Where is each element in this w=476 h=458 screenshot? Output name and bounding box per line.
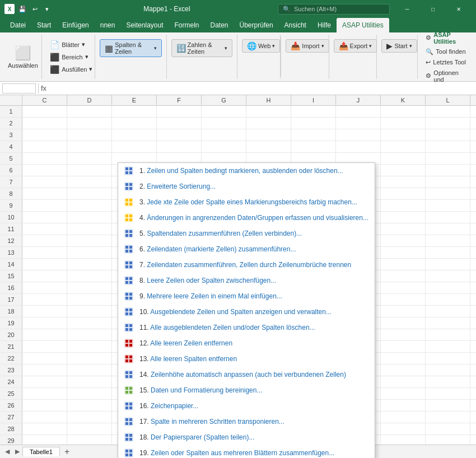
grid-cell[interactable] <box>336 129 381 141</box>
list-item[interactable]: 17. Spalte in mehreren Schritten transpo… <box>118 414 375 429</box>
letztes-tool-button[interactable]: ↩ Letztes Tool <box>422 58 472 67</box>
list-item[interactable]: 14. Zeilenhöhe automatisch anpassen (auc… <box>118 367 375 382</box>
list-item[interactable]: 12. Alle leeren Zeilen entfernen <box>118 335 375 351</box>
grid-cell[interactable] <box>470 423 476 434</box>
grid-cell[interactable] <box>470 259 476 270</box>
list-item[interactable]: 9. Mehrere leere Zeilen in einem Mal ein… <box>118 288 375 304</box>
grid-cell[interactable] <box>67 270 112 282</box>
tab-file[interactable]: Datei <box>4 18 31 32</box>
grid-cell[interactable] <box>67 400 112 411</box>
grid-cell[interactable] <box>22 270 67 282</box>
grid-cell[interactable] <box>22 235 67 246</box>
start-button[interactable]: ▶ Start ▾ <box>381 39 417 53</box>
grid-cell[interactable] <box>112 118 157 129</box>
bereich-button[interactable]: ⬛ Bereich ▾ <box>46 52 96 63</box>
grid-cell[interactable] <box>67 353 112 364</box>
grid-cell[interactable] <box>426 200 470 211</box>
sheet-tab-nav-right[interactable]: ▶ <box>12 447 22 456</box>
grid-cell[interactable] <box>426 282 470 293</box>
grid-cell[interactable] <box>381 153 426 164</box>
grid-cell[interactable] <box>22 176 67 188</box>
grid-cell[interactable] <box>381 165 426 176</box>
grid-cell[interactable] <box>202 106 246 117</box>
grid-cell[interactable] <box>470 141 476 152</box>
grid-cell[interactable] <box>426 106 470 117</box>
grid-cell[interactable] <box>291 106 336 117</box>
close-button[interactable]: ✕ <box>446 0 472 18</box>
search-bar[interactable]: 🔍 Suchen (Alt+M) <box>278 4 390 15</box>
optionen-button[interactable]: ⚙ Optionen und <box>422 68 472 84</box>
grid-cell[interactable] <box>67 200 112 211</box>
add-sheet-button[interactable]: + <box>61 447 73 457</box>
grid-cell[interactable] <box>426 247 470 258</box>
zahlen-zeiten-button[interactable]: 🔢 Zahlen & Zeiten ▾ <box>171 39 232 57</box>
grid-cell[interactable] <box>22 341 67 352</box>
grid-cell[interactable] <box>381 247 426 258</box>
grid-cell[interactable] <box>67 247 112 258</box>
grid-cell[interactable] <box>336 106 381 117</box>
grid-cell[interactable] <box>470 118 476 129</box>
grid-cell[interactable] <box>470 376 476 387</box>
grid-cell[interactable] <box>426 317 470 329</box>
grid-cell[interactable] <box>67 188 112 199</box>
blaetter-button[interactable]: 📄 Blätter ▾ <box>46 39 96 50</box>
grid-cell[interactable] <box>381 317 426 329</box>
grid-cell[interactable] <box>426 306 470 317</box>
formula-input[interactable] <box>49 85 474 92</box>
grid-cell[interactable] <box>470 176 476 188</box>
grid-cell[interactable] <box>470 435 476 445</box>
grid-cell[interactable] <box>426 165 470 176</box>
grid-cell[interactable] <box>22 223 67 235</box>
grid-cell[interactable] <box>67 306 112 317</box>
grid-cell[interactable] <box>67 294 112 305</box>
grid-cell[interactable] <box>381 106 426 117</box>
grid-cell[interactable] <box>67 223 112 235</box>
maximize-button[interactable]: □ <box>420 0 446 18</box>
grid-cell[interactable] <box>470 153 476 164</box>
list-item[interactable]: 1. Zeilen und Spalten bedingt markieren,… <box>118 163 375 179</box>
grid-cell[interactable] <box>157 141 202 152</box>
grid-cell[interactable] <box>470 188 476 199</box>
grid-cell[interactable] <box>381 223 426 235</box>
grid-cell[interactable] <box>67 235 112 246</box>
grid-cell[interactable] <box>381 306 426 317</box>
tab-nnen[interactable]: nnen <box>95 18 121 32</box>
tab-hilfe[interactable]: Hilfe <box>312 18 337 32</box>
grid-cell[interactable] <box>202 118 246 129</box>
grid-cell[interactable] <box>381 353 426 364</box>
grid-cell[interactable] <box>22 423 67 434</box>
tool-finden-button[interactable]: 🔍 Tool finden <box>422 47 472 57</box>
grid-cell[interactable] <box>470 412 476 423</box>
grid-cell[interactable] <box>22 247 67 258</box>
auswaehlen-button[interactable]: ⬜ Auswählen <box>4 43 41 71</box>
grid-cell[interactable] <box>426 223 470 235</box>
grid-cell[interactable] <box>381 141 426 152</box>
tab-ansicht[interactable]: Ansicht <box>279 18 312 32</box>
grid-cell[interactable] <box>381 376 426 387</box>
save-icon[interactable]: 💾 <box>18 4 27 13</box>
grid-cell[interactable] <box>426 259 470 270</box>
grid-cell[interactable] <box>22 294 67 305</box>
grid-cell[interactable] <box>157 106 202 117</box>
grid-cell[interactable] <box>470 165 476 176</box>
list-item[interactable]: 10. Ausgeblendete Zeilen und Spalten anz… <box>118 304 375 320</box>
grid-cell[interactable] <box>381 118 426 129</box>
import-button[interactable]: 📥 Import ▾ <box>286 39 329 53</box>
grid-cell[interactable] <box>22 412 67 423</box>
tab-einfuegen[interactable]: Einfügen <box>57 18 94 32</box>
grid-cell[interactable] <box>381 364 426 376</box>
grid-cell[interactable] <box>202 129 246 141</box>
grid-cell[interactable] <box>22 435 67 445</box>
grid-cell[interactable] <box>470 317 476 329</box>
grid-cell[interactable] <box>22 353 67 364</box>
grid-cell[interactable] <box>22 212 67 223</box>
web-button[interactable]: 🌐 Web ▾ <box>242 39 280 53</box>
minimize-button[interactable]: ─ <box>394 0 420 18</box>
grid-cell[interactable] <box>426 329 470 340</box>
grid-cell[interactable] <box>67 165 112 176</box>
grid-cell[interactable] <box>67 388 112 399</box>
grid-cell[interactable] <box>22 306 67 317</box>
grid-cell[interactable] <box>381 259 426 270</box>
grid-cell[interactable] <box>426 353 470 364</box>
grid-cell[interactable] <box>22 153 67 164</box>
